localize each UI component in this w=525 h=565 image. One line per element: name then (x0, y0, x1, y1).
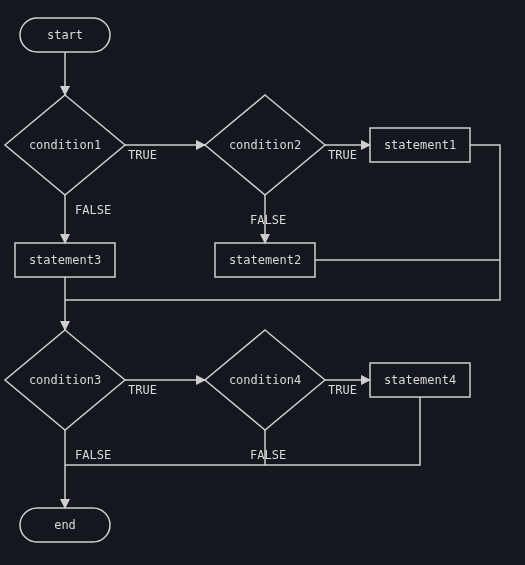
node-end-label: end (54, 518, 76, 532)
node-condition4-label: condition4 (229, 373, 301, 387)
node-statement2: statement2 (215, 243, 315, 277)
node-statement1: statement1 (370, 128, 470, 162)
node-statement1-label: statement1 (384, 138, 456, 152)
edge-cond1-stmt3-label: FALSE (75, 203, 111, 217)
edge-cond2-stmt2-label: FALSE (250, 213, 286, 227)
edge-cond3-end-label: FALSE (75, 448, 111, 462)
edge-cond3-cond4-label: TRUE (128, 383, 157, 397)
node-condition1-label: condition1 (29, 138, 101, 152)
node-start-label: start (47, 28, 83, 42)
node-statement3: statement3 (15, 243, 115, 277)
flowchart-canvas: start condition1 condition2 statement1 s… (0, 0, 525, 565)
node-statement3-label: statement3 (29, 253, 101, 267)
node-statement4-label: statement4 (384, 373, 456, 387)
edge-cond4-end-label: FALSE (250, 448, 286, 462)
node-condition4: condition4 (205, 330, 325, 430)
edge-cond2-stmt1-label: TRUE (328, 148, 357, 162)
node-condition2-label: condition2 (229, 138, 301, 152)
node-end: end (20, 508, 110, 542)
edge-cond4-stmt4-label: TRUE (328, 383, 357, 397)
node-condition1: condition1 (5, 95, 125, 195)
node-condition2: condition2 (205, 95, 325, 195)
edge-cond1-cond2-label: TRUE (128, 148, 157, 162)
node-condition3: condition3 (5, 330, 125, 430)
node-statement2-label: statement2 (229, 253, 301, 267)
node-statement4: statement4 (370, 363, 470, 397)
node-condition3-label: condition3 (29, 373, 101, 387)
node-start: start (20, 18, 110, 52)
